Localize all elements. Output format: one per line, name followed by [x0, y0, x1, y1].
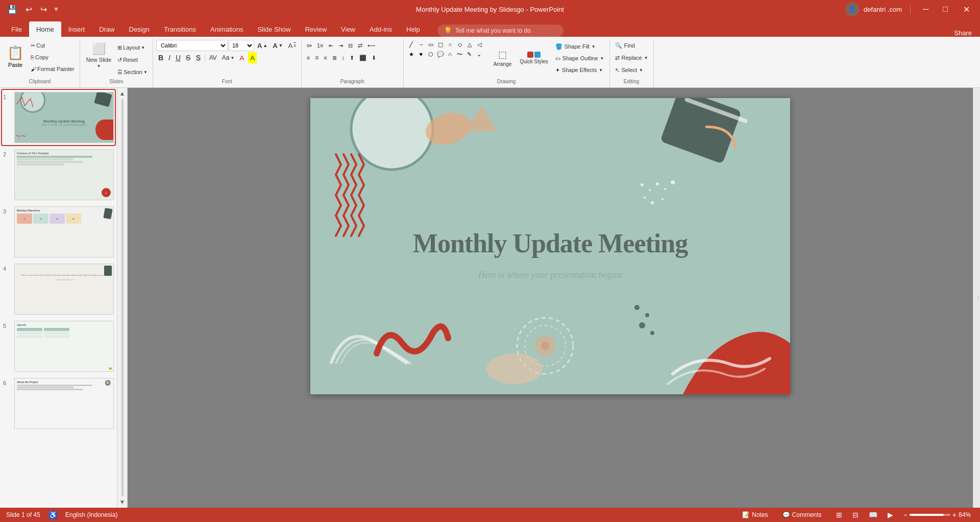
columns-button[interactable]: ⊟	[346, 40, 355, 51]
slide-title[interactable]: Monthly Update Meeting	[413, 228, 688, 258]
close-button[interactable]: ✕	[958, 4, 975, 15]
tab-design[interactable]: Design	[122, 21, 157, 37]
direction-button[interactable]: ⇄	[356, 40, 364, 51]
tab-insert[interactable]: Insert	[61, 21, 92, 37]
more-icon[interactable]: ⌄	[475, 50, 484, 59]
slide-thumb-1[interactable]: 1 ╱╲╱╲ Monthly Update Meeting Here is wh…	[2, 90, 115, 145]
tab-help[interactable]: Help	[399, 21, 427, 37]
tab-addins[interactable]: Add-ins	[362, 21, 399, 37]
replace-button[interactable]: ⇄ Replace ▼	[613, 52, 650, 63]
increase-font-button[interactable]: A▲	[255, 40, 270, 51]
normal-view-button[interactable]: ⊞	[832, 510, 846, 520]
tell-me-input[interactable]	[455, 27, 557, 34]
align-center-button[interactable]: ≡	[313, 52, 321, 63]
slide-subtitle[interactable]: Here is where your presentation begins	[478, 270, 622, 280]
slide-thumb-6[interactable]: 6 About the Project 🔘	[2, 376, 115, 431]
shadow-button[interactable]: S	[193, 52, 202, 63]
rect-icon[interactable]: ▭	[426, 40, 435, 49]
minimize-button[interactable]: ─	[919, 4, 933, 15]
triangle-icon[interactable]: △	[465, 40, 474, 49]
redo-icon[interactable]: ↪	[38, 4, 49, 15]
shape-outline-button[interactable]: ▭ Shape Outline ▼	[553, 53, 606, 64]
arc-icon[interactable]: ∩	[446, 50, 455, 59]
char-spacing-button[interactable]: AV	[207, 52, 219, 63]
tab-home[interactable]: Home	[29, 21, 61, 37]
right-panel-toggle[interactable]: 〈	[973, 88, 980, 508]
arrange-button[interactable]: ⬚ Arrange	[491, 47, 515, 69]
scroll-down-button[interactable]: ▼	[119, 499, 126, 506]
find-button[interactable]: 🔍 Find	[613, 40, 650, 51]
save-icon[interactable]: 💾	[5, 4, 19, 15]
tab-view[interactable]: View	[334, 21, 362, 37]
diamond-icon[interactable]: ◇	[455, 40, 464, 49]
customize-qat[interactable]: ▼	[53, 6, 59, 13]
slide-thumb-5[interactable]: 5 Agenda	[2, 319, 115, 374]
zoom-in-button[interactable]: +	[952, 511, 957, 519]
freeform-icon[interactable]: ✎	[465, 50, 474, 59]
wave-icon[interactable]: 〜	[455, 50, 464, 59]
arrow-icon[interactable]: →	[416, 40, 426, 49]
bold-button[interactable]: B	[156, 52, 165, 63]
slide-sorter-button[interactable]: ⊟	[848, 510, 863, 520]
shape-effects-button[interactable]: ✦ Shape Effects ▼	[553, 64, 606, 76]
slide-thumb-4[interactable]: 4 "This is some words full of wisdom Som…	[2, 262, 115, 317]
maximize-button[interactable]: □	[939, 4, 952, 15]
cut-button[interactable]: ✂ Cut	[29, 40, 77, 51]
callout-icon[interactable]: 💬	[436, 50, 445, 59]
slide-canvas[interactable]: Monthly Update Meeting Here is where you…	[310, 98, 790, 394]
paste-button[interactable]: 📋 Paste	[3, 40, 28, 73]
slide-thumb-2[interactable]: 2 Contents of This Template i	[2, 147, 115, 202]
rounded-rect-icon[interactable]: ▢	[436, 40, 445, 49]
tab-review[interactable]: Review	[298, 21, 334, 37]
copy-button[interactable]: ⎘ Copy	[29, 52, 77, 63]
tab-file[interactable]: File	[4, 21, 29, 37]
shape-fill-button[interactable]: 🪣 Shape Fill ▼	[553, 41, 606, 52]
underline-button[interactable]: U	[174, 52, 183, 63]
justify-button[interactable]: ≣	[330, 52, 339, 63]
rtriangle-icon[interactable]: ◁	[475, 40, 484, 49]
italic-button[interactable]: I	[166, 52, 173, 63]
change-case-button[interactable]: Aa▼	[220, 52, 237, 63]
tab-animations[interactable]: Animations	[203, 21, 250, 37]
oval-icon[interactable]: ○	[446, 40, 455, 49]
decrease-indent-button[interactable]: ⇤	[327, 40, 335, 51]
language-info[interactable]: English (Indonesia)	[65, 511, 118, 518]
format-painter-button[interactable]: 🖌 Format Painter	[29, 63, 77, 75]
line-icon[interactable]: ╱	[407, 40, 416, 49]
zoom-level[interactable]: 84%	[959, 511, 974, 518]
share-button[interactable]: Share	[954, 29, 972, 37]
convert-button[interactable]: ⟵	[365, 40, 378, 51]
reading-view-button[interactable]: 📖	[865, 510, 881, 520]
strikethrough-button[interactable]: S	[184, 52, 192, 63]
bullets-button[interactable]: ≡•	[305, 40, 314, 51]
zoom-out-button[interactable]: −	[903, 511, 908, 519]
increase-indent-button[interactable]: ⇥	[336, 40, 345, 51]
tell-me-box[interactable]: 💡	[437, 25, 564, 37]
font-size-select[interactable]: 18	[229, 40, 254, 51]
user-area[interactable]: 👤 defantri .com	[845, 2, 902, 16]
highlight-button[interactable]: A	[248, 52, 257, 63]
align-left-button[interactable]: ≡	[305, 52, 312, 63]
heart-icon[interactable]: ♥	[416, 50, 426, 59]
align-middle-button[interactable]: ⬛	[357, 52, 369, 63]
new-slide-button[interactable]: ⬜ New Slide ▼	[83, 40, 115, 70]
select-button[interactable]: ↖ Select ▼	[613, 64, 650, 76]
slide-thumb-3[interactable]: 3 Meeting Objectives 01 02 03 04	[2, 204, 115, 259]
align-top-button[interactable]: ⬆	[348, 52, 356, 63]
notes-toggle-button[interactable]: 📝 Notes	[738, 510, 772, 519]
presenter-view-button[interactable]: ▶	[884, 510, 897, 520]
tab-slideshow[interactable]: Slide Show	[250, 21, 298, 37]
font-name-select[interactable]: Calibri	[156, 40, 228, 51]
undo-icon[interactable]: ↩	[23, 4, 34, 15]
cube-icon[interactable]: ⬡	[426, 50, 435, 59]
accessibility-icon[interactable]: ♿	[48, 511, 57, 519]
decrease-font-button[interactable]: A▼	[271, 40, 285, 51]
comments-toggle-button[interactable]: 💬 Comments	[778, 510, 826, 519]
tab-draw[interactable]: Draw	[92, 21, 121, 37]
layout-button[interactable]: ⊞ Layout ▼	[115, 42, 150, 53]
star-icon[interactable]: ★	[407, 50, 416, 59]
tab-transitions[interactable]: Transitions	[157, 21, 203, 37]
zoom-slider[interactable]	[910, 514, 950, 516]
align-bottom-button[interactable]: ⬇	[370, 52, 378, 63]
line-spacing-button[interactable]: ↕	[340, 52, 347, 63]
